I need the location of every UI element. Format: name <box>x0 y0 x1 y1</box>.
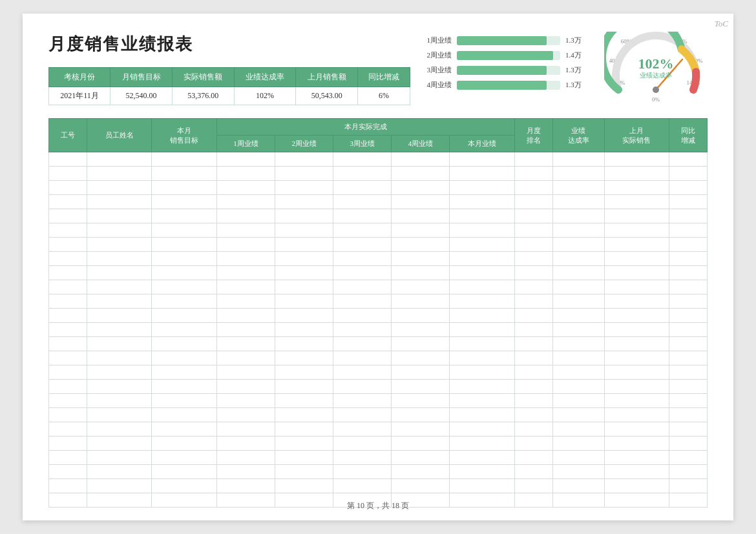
table-row <box>49 351 708 365</box>
table-row <box>49 436 708 451</box>
summary-rate: 102% <box>234 87 296 105</box>
summary-col-yoy: 同比增减 <box>358 68 410 87</box>
top-right-section: 1周业绩 1.3万 2周业绩 1.4万 3周业绩 1.3万 <box>423 32 708 103</box>
bar-track-2 <box>457 51 560 60</box>
col-week2: 2周业绩 <box>275 136 333 152</box>
bar-value-3: 1.3万 <box>565 65 585 75</box>
bar-track-1 <box>457 36 560 45</box>
table-row <box>49 365 708 380</box>
summary-data-row: 2021年11月 52,540.00 53,376.00 102% 50,543… <box>49 87 410 105</box>
summary-header-row: 考核月份 月销售目标 实际销售额 业绩达成率 上月销售额 同比增减 <box>49 68 410 87</box>
table-row <box>49 323 708 337</box>
table-row <box>49 394 708 408</box>
table-row <box>49 337 708 351</box>
weekly-row-3: 3周业绩 1.3万 <box>423 65 585 75</box>
gauge-percent: 102% <box>638 57 674 71</box>
table-row <box>49 408 708 422</box>
detail-header-row1: 工号 员工姓名 本月销售目标 本月实际完成 月度排名 业绩达成率 上月实际销售 … <box>49 119 708 136</box>
col-week4: 4周业绩 <box>392 136 450 152</box>
bar-track-4 <box>457 81 560 90</box>
col-achievement-rate: 业绩达成率 <box>552 119 604 152</box>
summary-col-actual: 实际销售额 <box>172 68 234 87</box>
gauge-sub: 业绩达成率 <box>638 71 674 80</box>
table-row <box>49 380 708 394</box>
table-row <box>49 209 708 223</box>
table-row <box>49 309 708 323</box>
bar-value-2: 1.4万 <box>565 50 585 60</box>
bar-value-4: 1.3万 <box>565 80 585 90</box>
table-row <box>49 422 708 436</box>
bar-fill-3 <box>457 66 547 75</box>
table-row <box>49 195 708 209</box>
page-footer: 第 10 页，共 18 页 <box>23 500 733 511</box>
summary-month: 2021年11月 <box>49 87 110 105</box>
table-row <box>49 223 708 238</box>
summary-actual: 53,376.00 <box>172 87 234 105</box>
weekly-label-3: 3周业绩 <box>423 65 452 75</box>
table-row <box>49 451 708 465</box>
weekly-label-1: 1周业绩 <box>423 36 452 45</box>
table-row <box>49 252 708 266</box>
col-monthly-target: 本月销售目标 <box>152 119 217 152</box>
gauge-center-text: 102% 业绩达成率 <box>638 57 674 80</box>
weekly-bars: 1周业绩 1.3万 2周业绩 1.4万 3周业绩 1.3万 <box>423 32 585 90</box>
col-employee-name: 员工姓名 <box>87 119 152 152</box>
weekly-label-2: 2周业绩 <box>423 50 452 60</box>
col-employee-id: 工号 <box>49 119 87 152</box>
table-row <box>49 280 708 294</box>
col-last-month-sales: 上月实际销售 <box>604 119 669 152</box>
summary-col-last: 上月销售额 <box>296 68 358 87</box>
summary-last: 50,543.00 <box>296 87 358 105</box>
table-row <box>49 266 708 280</box>
table-row <box>49 181 708 195</box>
toc-label: ToC <box>715 19 728 29</box>
summary-col-rate: 业绩达成率 <box>234 68 296 87</box>
col-monthly-actual-group: 本月实际完成 <box>216 119 514 136</box>
detail-tbody <box>49 152 708 508</box>
col-yoy: 同比增减 <box>669 119 708 152</box>
weekly-row-1: 1周业绩 1.3万 <box>423 36 585 45</box>
table-row <box>49 167 708 181</box>
col-monthly-total: 本月业绩 <box>450 136 515 152</box>
gauge: 0% 20% 40% 60% 80% 100% 120% 140% <box>604 32 708 103</box>
table-row <box>49 465 708 479</box>
svg-point-9 <box>653 87 659 93</box>
col-rank: 月度排名 <box>515 119 553 152</box>
col-week1: 1周业绩 <box>216 136 275 152</box>
weekly-row-4: 4周业绩 1.3万 <box>423 80 585 90</box>
bar-fill-1 <box>457 36 547 45</box>
bar-track-3 <box>457 66 560 75</box>
detail-table: 工号 员工姓名 本月销售目标 本月实际完成 月度排名 业绩达成率 上月实际销售 … <box>48 118 708 508</box>
bar-value-1: 1.3万 <box>565 36 585 45</box>
gauge-svg-wrap: 0% 20% 40% 60% 80% 100% 120% 140% <box>604 32 708 103</box>
weekly-label-4: 4周业绩 <box>423 80 452 90</box>
summary-yoy: 6% <box>358 87 410 105</box>
table-row <box>49 238 708 252</box>
page: ToC 月度销售业绩报表 考核月份 月销售目标 实际销售额 业绩达成率 上月销售… <box>23 14 733 520</box>
summary-target: 52,540.00 <box>110 87 173 105</box>
summary-col-target: 月销售目标 <box>110 68 173 87</box>
weekly-row-2: 2周业绩 1.4万 <box>423 50 585 60</box>
bar-fill-2 <box>457 51 553 60</box>
table-row <box>49 294 708 309</box>
summary-table: 考核月份 月销售目标 实际销售额 业绩达成率 上月销售额 同比增减 2021年1… <box>48 67 410 105</box>
table-row <box>49 152 708 167</box>
table-row <box>49 479 708 493</box>
summary-col-month: 考核月份 <box>49 68 110 87</box>
bar-fill-4 <box>457 81 547 90</box>
svg-text:0%: 0% <box>652 96 660 103</box>
col-week3: 3周业绩 <box>333 136 392 152</box>
